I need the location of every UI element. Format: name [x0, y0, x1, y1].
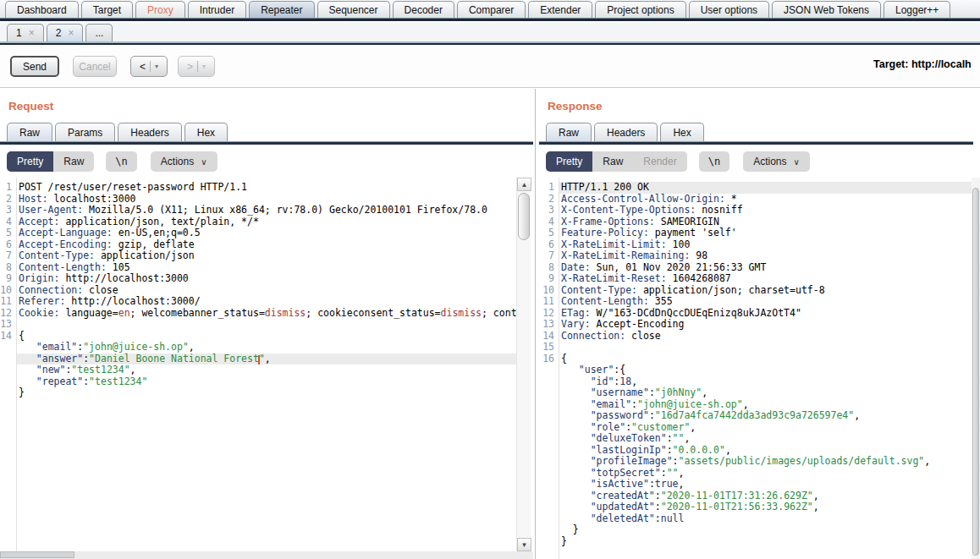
code-text: "repeat":"test1234" [16, 376, 516, 388]
main-tab-comparer[interactable]: Comparer [457, 1, 526, 18]
response-vertical-scrollbar[interactable] [972, 178, 980, 559]
scrollbar-thumb[interactable] [518, 193, 530, 240]
code-seg: X-Frame-Options: [561, 216, 655, 227]
tab-response-raw[interactable]: Raw [546, 123, 592, 141]
main-tab-repeater[interactable]: Repeater [249, 1, 314, 18]
repeater-tab-1[interactable]: 1× [7, 24, 44, 41]
next-request-button[interactable]: > ▾ [178, 56, 215, 77]
line-number: 8 [0, 262, 16, 274]
main-tab-dashboard[interactable]: Dashboard [5, 1, 79, 18]
code-seg: "id" [591, 376, 614, 387]
code-seg: "16d7a4fca7442dda3ad93c9a726597e4" [655, 410, 854, 421]
repeater-tab-[interactable]: ... [85, 24, 113, 41]
code-seg: Content-Length: [19, 262, 107, 273]
view-render-button[interactable]: Render [633, 151, 686, 172]
code-line: 6Accept-Encoding: gzip, deflate [0, 239, 516, 251]
code-line: "isActive":true, [539, 479, 972, 490]
code-seg: gzip, deflate [113, 239, 195, 250]
code-seg: Feature-Policy: [561, 227, 649, 238]
tab-request-raw[interactable]: Raw [7, 123, 52, 141]
request-panel-title: Request [8, 100, 53, 112]
scroll-up-icon[interactable]: ▲ [517, 178, 531, 191]
view-pretty-button[interactable]: Pretty [546, 151, 592, 172]
code-seg: Access-Control-Allow-Origin: [561, 194, 725, 205]
code-seg: Date: [561, 262, 591, 273]
close-icon[interactable]: × [29, 28, 35, 38]
scrollbar-thumb[interactable] [0, 551, 74, 558]
code-seg: } [19, 387, 25, 398]
gutter-separator [559, 178, 559, 559]
tab-request-params[interactable]: Params [55, 123, 115, 141]
code-seg: ETag: [561, 308, 591, 319]
request-editor[interactable]: 1POST /rest/user/reset-password HTTP/1.1… [0, 178, 516, 551]
tab-response-hex[interactable]: Hex [660, 123, 703, 141]
line-number: 10 [539, 285, 559, 297]
code-seg: Content-Type: [561, 285, 637, 296]
line-number: 13 [0, 319, 16, 331]
main-tab-json-web-tokens[interactable]: JSON Web Tokens [772, 1, 881, 18]
code-line: "lastLoginIp":"0.0.0.0", [539, 445, 972, 457]
code-line: "email":"john@juice-sh.op", [539, 399, 972, 411]
code-text: "password":"16d7a4fca7442dda3ad93c9a7265… [559, 410, 972, 422]
code-seg: payment 'self' [649, 227, 737, 238]
actions-button[interactable]: Actions ∨ [151, 151, 217, 172]
cancel-button[interactable]: Cancel [73, 56, 117, 77]
request-horizontal-scrollbar[interactable] [0, 551, 533, 559]
line-number: 14 [539, 331, 559, 343]
scroll-down-icon[interactable]: ▼ [517, 538, 531, 551]
code-text: Origin: http://localhost:3000 [16, 273, 516, 285]
main-tab-target[interactable]: Target [81, 1, 133, 18]
code-seg [561, 513, 591, 524]
tab-label: 1 [16, 27, 22, 39]
main-tab-user-options[interactable]: User options [689, 1, 769, 18]
line-number: 11 [0, 296, 16, 308]
panel-splitter[interactable] [535, 89, 536, 559]
code-text: { [559, 353, 972, 365]
code-seg: , [684, 433, 690, 444]
view-raw-button[interactable]: Raw [592, 151, 633, 172]
line-number: 2 [539, 194, 559, 206]
scrollbar-thumb[interactable] [972, 188, 979, 556]
previous-request-button[interactable]: < ▾ [130, 56, 168, 77]
view-raw-button[interactable]: Raw [53, 151, 94, 172]
send-button[interactable]: Send [10, 56, 59, 77]
code-line: 12Cookie: language=en; welcomebanner_sta… [0, 308, 516, 320]
code-seg [561, 501, 591, 512]
line-number: 12 [539, 308, 559, 320]
show-newlines-button[interactable]: \n [106, 151, 136, 172]
code-seg: Accept-Language: [19, 227, 113, 238]
main-tab-proxy[interactable]: Proxy [135, 1, 185, 18]
code-seg: "customer" [631, 422, 690, 433]
tab-request-hex[interactable]: Hex [184, 123, 228, 141]
view-pretty-button[interactable]: Pretty [7, 151, 53, 172]
response-view-row: PrettyRawRender \n Actions ∨ [546, 151, 810, 172]
code-text: HTTP/1.1 200 OK [559, 182, 972, 194]
code-text: "profileImage":"assets/public/images/upl… [559, 456, 972, 468]
forward-arrow-icon: > [187, 61, 193, 73]
code-text: "lastLoginIp":"0.0.0.0", [559, 445, 972, 457]
show-newlines-button[interactable]: \n [699, 151, 729, 172]
tab-response-headers[interactable]: Headers [594, 123, 658, 141]
line-number [539, 433, 559, 445]
main-tab-logger[interactable]: Logger++ [884, 1, 950, 18]
main-tab-intruder[interactable]: Intruder [188, 1, 246, 18]
main-tab-extender[interactable]: Extender [528, 1, 592, 18]
close-icon[interactable]: × [68, 28, 74, 38]
code-seg: Connection: [561, 331, 625, 342]
repeater-tab-2[interactable]: 2× [47, 24, 84, 41]
request-vertical-scrollbar[interactable]: ▲ ▼ [516, 178, 531, 551]
tab-request-headers[interactable]: Headers [118, 123, 181, 141]
actions-button[interactable]: Actions ∨ [743, 151, 810, 172]
code-seg [561, 399, 591, 410]
response-editor[interactable]: 1HTTP/1.1 200 OK2Access-Control-Allow-Or… [539, 178, 972, 559]
main-tab-sequencer[interactable]: Sequencer [317, 1, 390, 18]
line-number: 5 [539, 227, 559, 239]
back-arrow-icon: < [140, 61, 146, 73]
code-seg: , [854, 410, 860, 421]
line-number [0, 387, 16, 399]
main-tab-decoder[interactable]: Decoder [393, 1, 454, 18]
line-number: 3 [539, 205, 559, 216]
code-text: } [559, 536, 972, 548]
main-tab-project-options[interactable]: Project options [595, 1, 685, 18]
chevron-down-icon[interactable]: ▾ [155, 63, 158, 70]
